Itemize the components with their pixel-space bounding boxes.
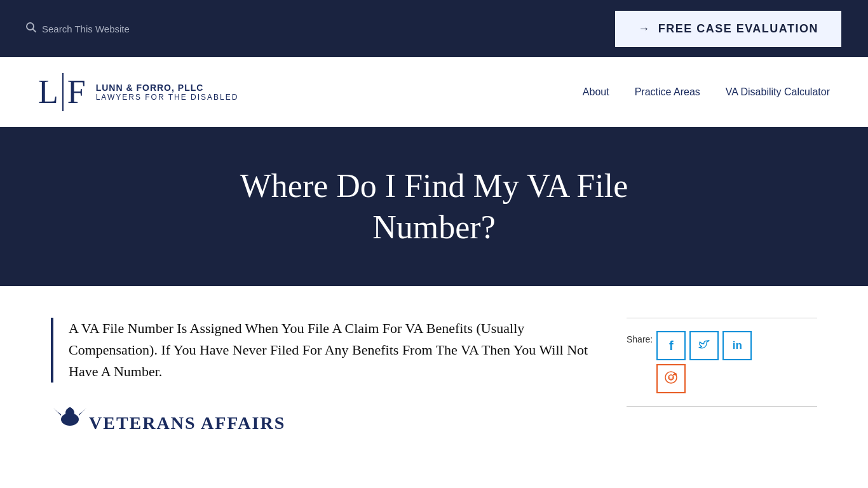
logo-letters: L F bbox=[38, 73, 86, 111]
share-linkedin-button[interactable]: in bbox=[722, 331, 752, 360]
sidebar-top-divider bbox=[627, 318, 817, 318]
nav-practice-areas[interactable]: Practice Areas bbox=[635, 86, 700, 98]
sidebar-bottom-divider bbox=[627, 406, 817, 407]
facebook-icon: f bbox=[669, 339, 674, 353]
va-logo-area: Veterans Affairs bbox=[51, 402, 588, 433]
sidebar: Share: f in bbox=[627, 318, 817, 407]
firm-name: Lunn & Forro, PLLC bbox=[96, 83, 239, 93]
page-title: Where Do I Find My VA File Number? bbox=[212, 165, 656, 248]
linkedin-icon: in bbox=[733, 339, 742, 352]
logo-l: L bbox=[38, 73, 58, 111]
search-area[interactable] bbox=[25, 22, 182, 36]
logo[interactable]: L F Lunn & Forro, PLLC Lawyers For The D… bbox=[38, 73, 238, 111]
share-row-bottom bbox=[656, 364, 752, 393]
share-buttons: f in bbox=[656, 331, 752, 393]
firm-tagline: Lawyers For The Disabled bbox=[96, 93, 239, 102]
nav-links: About Practice Areas VA Disability Calcu… bbox=[583, 86, 830, 98]
twitter-icon bbox=[698, 339, 710, 353]
search-input[interactable] bbox=[42, 24, 182, 34]
va-seal-icon bbox=[51, 402, 89, 433]
nav-bar: L F Lunn & Forro, PLLC Lawyers For The D… bbox=[0, 57, 868, 127]
svg-point-4 bbox=[67, 407, 72, 414]
nav-about[interactable]: About bbox=[583, 86, 609, 98]
share-area: Share: f in bbox=[627, 331, 817, 393]
share-twitter-button[interactable] bbox=[689, 331, 719, 360]
svg-point-9 bbox=[669, 376, 670, 377]
va-text: Veterans Affairs bbox=[89, 413, 285, 433]
blockquote-text: A VA File Number Is Assigned When You Fi… bbox=[69, 318, 588, 383]
blockquote: A VA File Number Is Assigned When You Fi… bbox=[51, 318, 588, 383]
svg-line-8 bbox=[673, 374, 675, 375]
free-case-evaluation-button[interactable]: → FREE CASE EVALUATION bbox=[614, 10, 843, 48]
cta-arrow: → bbox=[638, 22, 651, 36]
logo-text: Lunn & Forro, PLLC Lawyers For The Disab… bbox=[96, 83, 239, 102]
reddit-icon bbox=[664, 370, 678, 388]
svg-point-10 bbox=[672, 376, 674, 377]
content-section: A VA File Number Is Assigned When You Fi… bbox=[0, 286, 868, 459]
top-bar: → FREE CASE EVALUATION bbox=[0, 0, 868, 57]
svg-line-1 bbox=[33, 29, 36, 32]
share-facebook-button[interactable]: f bbox=[656, 331, 686, 360]
search-icon bbox=[25, 22, 37, 36]
logo-f: F bbox=[67, 73, 86, 111]
nav-va-disability-calculator[interactable]: VA Disability Calculator bbox=[726, 86, 830, 98]
share-reddit-button[interactable] bbox=[656, 364, 686, 393]
cta-label: FREE CASE EVALUATION bbox=[658, 22, 818, 36]
main-content: A VA File Number Is Assigned When You Fi… bbox=[51, 318, 588, 433]
share-row-top: f in bbox=[656, 331, 752, 360]
share-label: Share: bbox=[627, 331, 653, 345]
hero-section: Where Do I Find My VA File Number? bbox=[0, 127, 868, 286]
logo-divider bbox=[62, 73, 64, 111]
